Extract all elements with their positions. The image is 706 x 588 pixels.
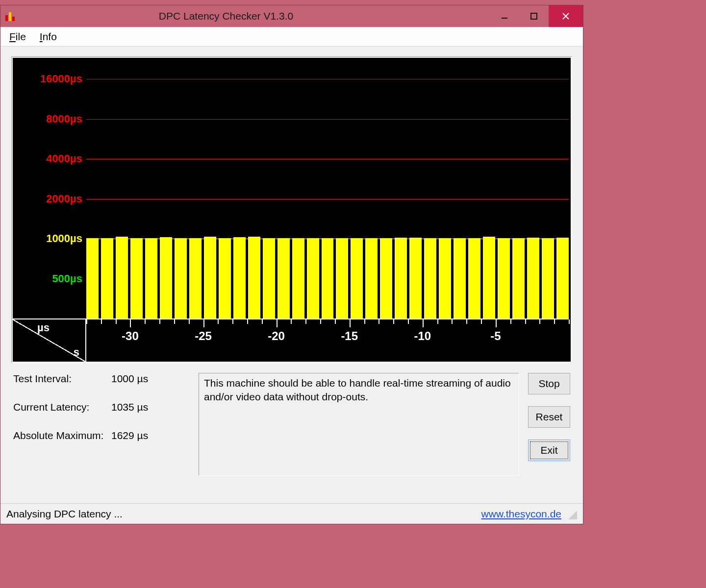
latency-bar [409, 238, 422, 318]
latency-bar [336, 238, 348, 318]
y-tick-label: 2000µs [46, 193, 82, 205]
x-tick-major [203, 319, 204, 327]
x-tick-minor [554, 319, 555, 324]
latency-chart: 500µs1000µs2000µs4000µs8000µs16000µs µs … [13, 58, 571, 362]
svg-rect-4 [531, 13, 537, 19]
x-tick-minor [437, 319, 438, 324]
statusbar: Analysing DPC latency ... www.thesycon.d… [0, 503, 583, 524]
bars [86, 61, 569, 318]
current-latency-label: Current Latency: [13, 401, 111, 413]
x-tick-label: -10 [414, 329, 431, 343]
latency-bar [263, 238, 275, 318]
latency-bar [116, 237, 128, 318]
x-tick-minor [305, 319, 306, 324]
latency-bar [219, 238, 231, 318]
latency-bar [160, 237, 172, 318]
absolute-maximum-value: 1629 µs [111, 430, 148, 441]
x-tick-minor [408, 319, 409, 324]
y-tick-label: 500µs [52, 272, 82, 285]
gridline [86, 79, 569, 79]
client-area: 500µs1000µs2000µs4000µs8000µs16000µs µs … [0, 47, 583, 503]
x-tick-minor [364, 319, 365, 324]
x-axis: µs s -30-25-20-15-10-5 [13, 318, 569, 362]
latency-bar [512, 238, 525, 318]
latency-bar [86, 238, 99, 318]
gridline [86, 119, 569, 120]
maximize-icon [530, 12, 538, 20]
x-tick-minor [218, 319, 219, 324]
x-tick-minor [116, 319, 117, 324]
y-axis-labels: 500µs1000µs2000µs4000µs8000µs16000µs [13, 61, 85, 318]
latency-bar [204, 237, 216, 318]
x-tick-minor [393, 319, 394, 324]
latency-bar [175, 238, 187, 318]
x-ticks: -30-25-20-15-10-5 [86, 319, 569, 362]
resize-grip-icon[interactable] [566, 509, 577, 519]
x-tick-label: -30 [122, 329, 139, 343]
x-tick-major [423, 319, 424, 327]
x-tick-minor [452, 319, 453, 324]
latency-bar [483, 237, 495, 318]
x-tick-minor [101, 319, 102, 324]
app-window: DPC Latency Checker V1.3.0 File Info 500… [0, 5, 583, 524]
x-tick-minor [262, 319, 263, 324]
x-tick-major [496, 319, 497, 327]
close-icon [561, 12, 570, 21]
latency-bar [130, 238, 143, 318]
y-tick-label: 16000µs [40, 73, 82, 85]
x-tick-label: -5 [490, 329, 501, 343]
latency-bar [365, 238, 378, 318]
close-button[interactable] [549, 5, 583, 27]
latency-bar [395, 238, 407, 318]
latency-bar [439, 238, 451, 318]
lower-panel: Test Interval: 1000 µs Current Latency: … [11, 363, 572, 481]
test-interval-value: 1000 µs [111, 373, 148, 385]
y-tick-label: 8000µs [46, 113, 82, 125]
message-box: This machine should be able to handle re… [199, 373, 519, 476]
latency-bar [542, 238, 554, 318]
x-tick-major [277, 319, 277, 327]
maximize-button[interactable] [519, 5, 549, 27]
exit-button[interactable]: Exit [528, 440, 570, 461]
latency-bar [145, 238, 157, 318]
latency-bar [468, 238, 480, 318]
y-tick-label: 4000µs [46, 152, 82, 165]
x-tick-minor [232, 319, 233, 324]
latency-bar [424, 238, 436, 318]
x-unit-label: s [74, 346, 79, 359]
vendor-link[interactable]: www.thesycon.de [481, 508, 561, 520]
latency-bar [307, 238, 319, 318]
minimize-button[interactable] [490, 5, 519, 27]
test-interval-label: Test Interval: [13, 373, 111, 385]
x-tick-minor [247, 319, 248, 324]
gridline [86, 239, 569, 239]
status-text: Analysing DPC latency ... [6, 508, 481, 520]
metrics: Test Interval: 1000 µs Current Latency: … [13, 373, 190, 476]
current-latency-value: 1035 µs [111, 401, 148, 413]
latency-bar [277, 238, 290, 318]
plot-area [86, 61, 569, 318]
menu-file[interactable]: File [9, 31, 26, 43]
window-title: DPC Latency Checker V1.3.0 [0, 10, 490, 22]
x-tick-major [130, 319, 131, 327]
stop-button[interactable]: Stop [528, 373, 570, 394]
chart-frame: 500µs1000µs2000µs4000µs8000µs16000µs µs … [11, 56, 572, 363]
x-tick-minor [539, 319, 540, 324]
x-tick-major [350, 319, 351, 327]
menu-info[interactable]: Info [40, 31, 57, 43]
latency-bar [454, 238, 466, 318]
latency-bar [322, 238, 334, 318]
x-tick-minor [189, 319, 190, 324]
menubar: File Info [0, 27, 583, 47]
latency-bar [248, 237, 260, 318]
titlebar[interactable]: DPC Latency Checker V1.3.0 [0, 5, 583, 27]
latency-bar [380, 238, 392, 318]
x-tick-minor [569, 319, 570, 324]
x-tick-label: -20 [268, 329, 285, 343]
latency-bar [101, 238, 113, 318]
latency-bar [292, 238, 304, 318]
x-tick-minor [525, 319, 526, 324]
axis-corner: µs s [13, 319, 86, 362]
reset-button[interactable]: Reset [528, 406, 570, 428]
x-tick-minor [174, 319, 175, 324]
